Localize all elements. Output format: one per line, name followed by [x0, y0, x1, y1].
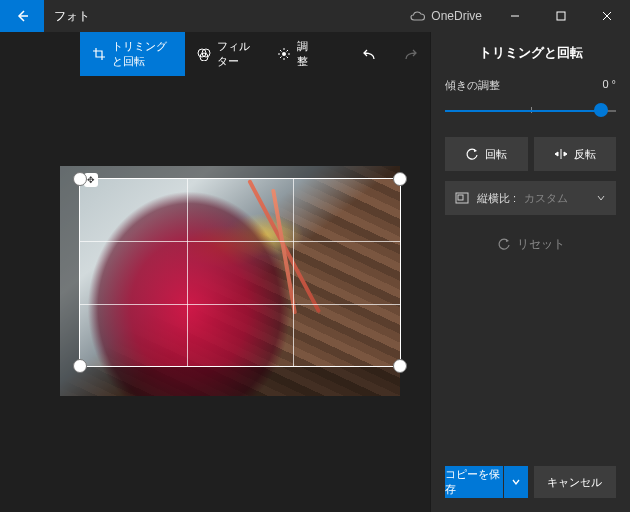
- slider-thumb[interactable]: [594, 103, 608, 117]
- tilt-slider[interactable]: [445, 99, 616, 121]
- tilt-label: 傾きの調整: [445, 78, 500, 93]
- onedrive-indicator[interactable]: OneDrive: [400, 0, 492, 32]
- minimize-button[interactable]: [492, 0, 538, 32]
- save-copy-button[interactable]: コピーを保存: [445, 466, 503, 498]
- aspect-icon: [455, 192, 469, 204]
- adjust-icon: [277, 47, 291, 61]
- rotate-button[interactable]: 回転: [445, 137, 528, 171]
- sidebar-footer: コピーを保存 キャンセル: [431, 456, 630, 512]
- redo-button[interactable]: [390, 32, 430, 76]
- cloud-icon: [410, 11, 426, 21]
- maximize-button[interactable]: [538, 0, 584, 32]
- rotate-icon: [465, 147, 479, 161]
- photo-crop-frame[interactable]: ✥: [60, 166, 400, 396]
- close-button[interactable]: [584, 0, 630, 32]
- undo-button[interactable]: [350, 32, 390, 76]
- editor-main: トリミングと回転 フィルター 調整: [0, 32, 430, 512]
- aspect-ratio-dropdown[interactable]: 縦横比 : カスタム: [445, 181, 616, 215]
- reset-icon: [497, 237, 511, 251]
- flip-button[interactable]: 反転: [534, 137, 617, 171]
- sidebar: トリミングと回転 傾きの調整 0 ° 回転 反転: [430, 32, 630, 512]
- edit-toolbar: トリミングと回転 フィルター 調整: [0, 32, 430, 76]
- title-bar: フォト OneDrive: [0, 0, 630, 32]
- crop-handle-tr[interactable]: [393, 172, 407, 186]
- crop-handle-bl[interactable]: [73, 359, 87, 373]
- tab-adjust-label: 調整: [297, 39, 308, 69]
- chevron-down-icon: [596, 193, 606, 203]
- back-button[interactable]: [0, 0, 44, 32]
- cancel-button[interactable]: キャンセル: [534, 466, 617, 498]
- tilt-value: 0 °: [602, 78, 616, 93]
- save-dropdown-button[interactable]: [504, 466, 528, 498]
- svg-point-4: [282, 52, 286, 56]
- crop-handle-tl[interactable]: [73, 172, 87, 186]
- window-title: フォト: [44, 0, 400, 32]
- svg-rect-6: [458, 195, 463, 200]
- tab-filter[interactable]: フィルター: [185, 32, 265, 76]
- undo-icon: [362, 47, 378, 61]
- tab-crop-rotate-label: トリミングと回転: [112, 39, 173, 69]
- canvas-area[interactable]: ✥: [0, 76, 430, 512]
- svg-rect-0: [557, 12, 565, 20]
- sidebar-title: トリミングと回転: [431, 32, 630, 72]
- redo-icon: [402, 47, 418, 61]
- tab-filter-label: フィルター: [217, 39, 253, 69]
- tab-adjust[interactable]: 調整: [265, 32, 320, 76]
- reset-button[interactable]: リセット: [445, 227, 616, 261]
- crop-icon: [92, 47, 106, 61]
- filter-icon: [197, 47, 211, 61]
- chevron-down-icon: [512, 478, 520, 486]
- crop-handle-br[interactable]: [393, 359, 407, 373]
- flip-icon: [554, 147, 568, 161]
- tab-crop-rotate[interactable]: トリミングと回転: [80, 32, 185, 76]
- crop-region[interactable]: ✥: [80, 179, 400, 366]
